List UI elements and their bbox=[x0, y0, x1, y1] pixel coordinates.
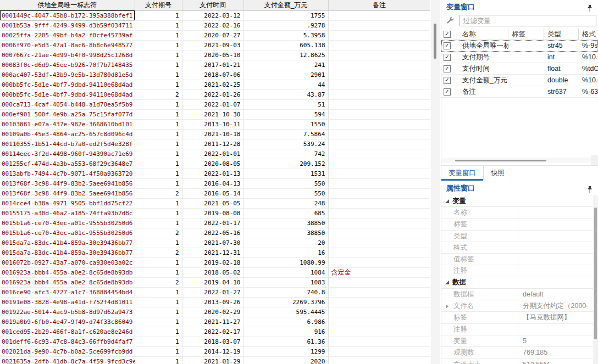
cell-payment-period[interactable]: 1 bbox=[135, 327, 182, 337]
cell-payment-amount[interactable]: 740.8 bbox=[243, 287, 328, 297]
select-all-checkbox[interactable]: ✓ bbox=[444, 31, 451, 38]
cell-remark[interactable] bbox=[328, 20, 430, 30]
cell-payment-period[interactable]: 1 bbox=[135, 287, 182, 297]
cell-payment-period[interactable]: 1 bbox=[135, 267, 182, 277]
cell-payment-period[interactable]: 1 bbox=[135, 169, 182, 178]
table-column-header-0[interactable]: 供地全局唯一标志符 bbox=[0, 0, 135, 10]
column-header-format[interactable]: 格式 bbox=[579, 29, 598, 40]
cell-payment-amount[interactable]: 43.87 bbox=[243, 89, 328, 99]
cell-payment-amount[interactable]: 2020 bbox=[243, 356, 328, 364]
variable-row[interactable]: ✓支付期号int%10.0 bbox=[441, 52, 598, 63]
cell-remark[interactable] bbox=[328, 277, 430, 287]
cell-payment-amount[interactable]: 1083 bbox=[243, 277, 328, 287]
cell-payment-date[interactable]: 2019-08-08 bbox=[182, 208, 243, 218]
cell-payment-amount[interactable]: 248 bbox=[243, 198, 328, 208]
cell-payment-period[interactable]: 1 bbox=[135, 208, 182, 218]
cell-payment-period[interactable]: 1 bbox=[135, 30, 182, 40]
cell-payment-period[interactable]: 1 bbox=[135, 356, 182, 364]
cell-payment-period[interactable]: 1 bbox=[135, 50, 182, 60]
cell-remark[interactable] bbox=[328, 10, 430, 20]
cell-payment-date[interactable]: 2020-08-05 bbox=[182, 159, 243, 169]
cell-payment-date[interactable]: 2022-01-01 bbox=[182, 149, 243, 159]
property-value[interactable] bbox=[518, 207, 598, 218]
cell-payment-date[interactable]: 2021-12-31 bbox=[182, 248, 243, 257]
variable-row[interactable]: ✓供地全局唯一标...str45%-9s bbox=[441, 40, 598, 52]
cell-land-id[interactable]: 0001449c-4047-45b8-b172-395a388bfef1 bbox=[0, 10, 135, 20]
cell-remark[interactable] bbox=[328, 198, 430, 208]
cell-payment-period[interactable]: 1 bbox=[135, 20, 182, 30]
cell-land-id[interactable]: 000ef901-500f-4e9b-a25a-75c15faf077d bbox=[0, 109, 135, 119]
cell-payment-date[interactable]: 2021-02-25 bbox=[182, 80, 243, 89]
cell-payment-date[interactable]: 2022-01-26 bbox=[182, 89, 243, 99]
cell-payment-date[interactable]: 2022-02-16 bbox=[182, 20, 243, 30]
cell-payment-period[interactable]: 1 bbox=[135, 346, 182, 356]
cell-land-id[interactable]: 00114eec-3f2d-4498-960f-94390ac71e69 bbox=[0, 149, 135, 159]
cell-remark[interactable] bbox=[328, 149, 430, 159]
cell-land-id[interactable]: 0015da7a-83dc-41b4-859a-30e39436bb77 bbox=[0, 238, 135, 248]
property-value[interactable]: 510.55M bbox=[518, 359, 598, 364]
cell-remark[interactable] bbox=[328, 248, 430, 257]
cell-remark[interactable] bbox=[328, 257, 430, 267]
cell-remark[interactable] bbox=[328, 80, 430, 89]
cell-payment-date[interactable]: 2017-01-21 bbox=[182, 60, 243, 70]
cell-payment-amount[interactable]: .9278 bbox=[243, 20, 328, 30]
cell-land-id[interactable]: 00110355-1b51-44cd-b7a0-ed2f5d4e328f bbox=[0, 139, 135, 149]
cell-payment-date[interactable]: 2020-02-29 bbox=[182, 307, 243, 317]
property-value[interactable] bbox=[518, 219, 598, 229]
cell-payment-amount[interactable]: 7.5864 bbox=[243, 129, 328, 139]
cell-payment-date[interactable]: 2021-07-30 bbox=[182, 238, 243, 248]
variable-checkbox[interactable]: ✓ bbox=[444, 65, 451, 72]
cell-land-id[interactable]: 00103881-e07a-437e-982e-3668610bd101 bbox=[0, 119, 135, 129]
cell-payment-period[interactable]: 2 bbox=[135, 248, 182, 257]
cell-land-id[interactable]: 000bb5fc-5d1e-4bf7-9dbd-94110e68d4ad bbox=[0, 80, 135, 89]
cell-payment-period[interactable]: 1 bbox=[135, 40, 182, 50]
cell-remark[interactable] bbox=[328, 70, 430, 80]
property-value[interactable]: default bbox=[518, 289, 598, 300]
cell-land-id[interactable]: 00025ffa-2205-49bf-b4a2-f0cfe45739af bbox=[0, 30, 135, 40]
property-value[interactable]: 分期支付约定（2000- bbox=[518, 300, 598, 311]
cell-remark[interactable] bbox=[328, 287, 430, 297]
cell-land-id[interactable]: 0016923a-bbb4-455a-a0e2-8c65de8b93db bbox=[0, 267, 135, 277]
property-value[interactable]: 【马克数据网】 bbox=[518, 312, 598, 323]
cell-remark[interactable] bbox=[328, 337, 430, 346]
cell-payment-date[interactable]: 2022-02-17 bbox=[182, 327, 243, 337]
cell-remark[interactable] bbox=[328, 40, 430, 50]
cell-payment-amount[interactable]: 38850 bbox=[243, 218, 328, 228]
cell-remark[interactable] bbox=[328, 208, 430, 218]
cell-payment-period[interactable]: 1 bbox=[135, 139, 182, 149]
cell-payment-amount[interactable]: 2901 bbox=[243, 70, 328, 80]
cell-payment-date[interactable]: 2022-01-27 bbox=[182, 287, 243, 297]
cell-land-id[interactable]: 0015da7a-83dc-41b4-859a-30e39436bb77 bbox=[0, 248, 135, 257]
cell-payment-amount[interactable]: 1084 bbox=[243, 267, 328, 277]
properties-vertical-scrollbar[interactable] bbox=[593, 195, 598, 364]
table-column-header-3[interactable]: 支付金额_万元 bbox=[243, 0, 328, 10]
cell-payment-period[interactable]: 1 bbox=[135, 129, 182, 139]
cell-payment-period[interactable]: 2 bbox=[135, 228, 182, 238]
cell-land-id[interactable]: 002021da-9e90-4c7b-b0a2-5ce699fcb9dd bbox=[0, 346, 135, 356]
cell-payment-date[interactable]: 2020-07-27 bbox=[182, 30, 243, 40]
cell-payment-period[interactable]: 2 bbox=[135, 89, 182, 99]
cell-payment-period[interactable]: 1 bbox=[135, 218, 182, 228]
cell-payment-amount[interactable]: 1299 bbox=[243, 346, 328, 356]
cell-land-id[interactable]: 00155175-a30d-46a2-a185-74ffa93b7d8c bbox=[0, 208, 135, 218]
cell-payment-date[interactable]: 2016-05-14 bbox=[182, 188, 243, 198]
cell-remark[interactable] bbox=[328, 307, 430, 317]
cell-land-id[interactable]: 0001b53a-9fff-4249-9499-d3b59f034711 bbox=[0, 20, 135, 30]
tab-variables-window[interactable]: 变量窗口 bbox=[441, 166, 484, 181]
cell-land-id[interactable]: 001deff6-6c93-47c8-84c3-66ffb9d4faf7 bbox=[0, 337, 135, 346]
cell-payment-period[interactable]: 1 bbox=[135, 70, 182, 80]
cell-payment-amount[interactable]: 595.4445 bbox=[243, 307, 328, 317]
cell-remark[interactable] bbox=[328, 327, 430, 337]
cell-payment-date[interactable]: 2013-10-11 bbox=[182, 119, 243, 129]
cell-payment-period[interactable]: 1 bbox=[135, 317, 182, 327]
cell-payment-amount[interactable]: 12.8625 bbox=[243, 50, 328, 60]
cell-payment-date[interactable]: 2018-07-06 bbox=[182, 70, 243, 80]
cell-payment-date[interactable]: 2021-05-05 bbox=[182, 198, 243, 208]
cell-payment-date[interactable]: 2021-11-27 bbox=[182, 317, 243, 327]
cell-payment-amount[interactable]: 38850 bbox=[243, 228, 328, 238]
column-header-type[interactable]: 类型 bbox=[544, 29, 579, 40]
cell-payment-date[interactable]: 2022-01-07 bbox=[182, 99, 243, 109]
cell-payment-period[interactable]: 1 bbox=[135, 307, 182, 317]
tab-snapshot[interactable]: 快照 bbox=[484, 166, 512, 181]
cell-land-id[interactable]: 0019a0b9-6fb0-4e47-9f49-d74f33c86049 bbox=[0, 317, 135, 327]
